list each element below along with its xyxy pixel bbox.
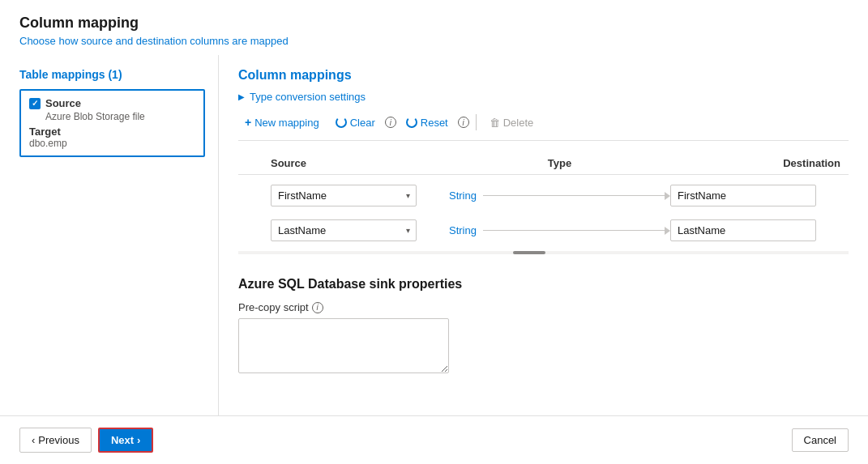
type-col-header: Type xyxy=(449,157,670,169)
mapping-source-row: Source xyxy=(29,97,195,109)
triangle-icon: ▶ xyxy=(238,92,245,101)
clear-button[interactable]: Clear xyxy=(329,113,382,132)
source-checkbox xyxy=(29,98,41,109)
mapping-table-header: Source Type Destination xyxy=(238,152,849,175)
footer-left: ‹ Previous Next › xyxy=(19,428,153,453)
right-panel: Column mappings ▶ Type conversion settin… xyxy=(219,55,868,415)
left-panel: Table mappings (1) Source Azure Blob Sto… xyxy=(0,55,219,415)
main-content: Column mapping Choose how source and des… xyxy=(0,0,868,415)
table-row: LastName FirstName ▾ String xyxy=(238,213,849,248)
type-conversion-row[interactable]: ▶ Type conversion settings xyxy=(238,91,849,103)
trash-icon: 🗑 xyxy=(490,117,500,129)
toolbar: + New mapping Clear i Reset i 🗑 Delete xyxy=(238,113,849,141)
sql-section: Azure SQL Database sink properties Pre-c… xyxy=(238,267,849,376)
type-cell-1: String xyxy=(449,189,670,202)
plus-icon: + xyxy=(245,116,251,129)
target-sub-label: dbo.emp xyxy=(29,138,195,149)
content-area: Table mappings (1) Source Azure Blob Sto… xyxy=(0,55,868,415)
page-header: Column mapping Choose how source and des… xyxy=(0,0,868,55)
table-mappings-title: Table mappings (1) xyxy=(19,68,205,81)
toolbar-separator xyxy=(476,114,477,130)
sql-section-title: Azure SQL Database sink properties xyxy=(238,277,849,292)
column-mappings-title: Column mappings xyxy=(238,68,849,83)
next-chevron-icon: › xyxy=(137,434,140,446)
previous-button[interactable]: ‹ Previous xyxy=(19,428,92,453)
table-mapping-item[interactable]: Source Azure Blob Storage file Target db… xyxy=(19,89,205,157)
source-cell-1: FirstName LastName ▾ xyxy=(271,185,449,206)
source-select-2[interactable]: LastName FirstName xyxy=(271,219,417,241)
footer: ‹ Previous Next › Cancel xyxy=(0,415,868,464)
source-select-1[interactable]: FirstName LastName xyxy=(271,185,417,206)
arrow-line-2 xyxy=(483,227,670,235)
table-row: FirstName LastName ▾ String xyxy=(238,178,849,213)
page-title: Column mapping xyxy=(19,15,849,32)
mapping-table: Source Type Destination FirstName LastNa… xyxy=(238,152,849,248)
dest-cell-1 xyxy=(670,185,849,206)
target-label: Target xyxy=(29,126,195,138)
prev-chevron-icon: ‹ xyxy=(32,434,35,446)
type-conversion-label: Type conversion settings xyxy=(250,91,366,103)
destination-col-header: Destination xyxy=(670,157,849,169)
dest-input-1[interactable] xyxy=(670,185,816,206)
source-select-wrapper-2: LastName FirstName ▾ xyxy=(271,219,417,241)
clear-info-icon[interactable]: i xyxy=(385,117,396,128)
source-sub-label: Azure Blob Storage file xyxy=(45,111,195,122)
source-cell-2: LastName FirstName ▾ xyxy=(271,219,449,241)
delete-button[interactable]: 🗑 Delete xyxy=(483,113,541,132)
type-cell-2: String xyxy=(449,224,670,236)
pre-copy-info-icon[interactable]: i xyxy=(312,302,323,313)
next-button[interactable]: Next › xyxy=(98,428,154,453)
dest-input-2[interactable] xyxy=(670,219,816,241)
type-text-2: String xyxy=(449,224,477,236)
reset-button[interactable]: Reset xyxy=(400,113,455,132)
reset-info-icon[interactable]: i xyxy=(458,117,469,128)
reset-refresh-icon xyxy=(406,117,417,128)
source-select-wrapper-1: FirstName LastName ▾ xyxy=(271,185,417,206)
refresh-icon xyxy=(336,117,347,128)
source-col-header: Source xyxy=(271,157,449,169)
pre-copy-script-textarea[interactable] xyxy=(238,318,449,373)
source-label: Source xyxy=(45,97,81,109)
type-text-1: String xyxy=(449,189,477,202)
scroll-indicator xyxy=(238,251,849,254)
dest-cell-2 xyxy=(670,219,849,241)
new-mapping-button[interactable]: + New mapping xyxy=(238,113,326,132)
cancel-button[interactable]: Cancel xyxy=(792,428,849,452)
arrow-line-1 xyxy=(483,192,670,200)
pre-copy-label: Pre-copy script i xyxy=(238,301,849,313)
page-subtitle: Choose how source and destination column… xyxy=(19,35,849,47)
scroll-thumb xyxy=(513,251,545,254)
